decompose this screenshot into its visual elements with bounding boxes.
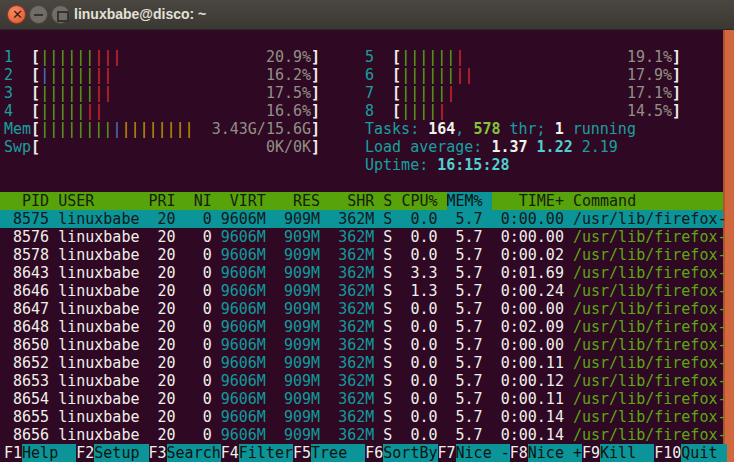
meter-label: 6 (365, 66, 392, 84)
header-shr[interactable]: SHR (329, 192, 383, 210)
process-row[interactable]: 8653 linuxbabe 20 0 9606M 909M 362M S 0.… (0, 372, 723, 390)
cell-ni: 0 (185, 408, 221, 426)
cell-shr: 362M (329, 228, 383, 246)
cell-s: S (383, 408, 401, 426)
cell-cpu: 0.0 (401, 390, 446, 408)
fnkey-action: Nice - (456, 444, 510, 462)
header-ni[interactable]: NI (185, 192, 221, 210)
meter-7: 7 [|||||| 17.1%] (365, 84, 681, 102)
meter-2: 2 [|||||||| 16.2%] (4, 66, 320, 84)
fnkey-f1[interactable]: F1Help (4, 444, 76, 462)
fnkey-label: F10 (654, 444, 681, 462)
process-row[interactable]: 8652 linuxbabe 20 0 9606M 909M 362M S 0.… (0, 354, 723, 372)
fnkey-f7[interactable]: F7Nice - (438, 444, 510, 462)
fnkey-f5[interactable]: F5Tree (293, 444, 365, 462)
window-titlebar[interactable]: ✕ linuxbabe@disco: ~ (0, 0, 734, 30)
process-row[interactable]: 8575 linuxbabe 20 0 9606M 909M 362M S 0.… (0, 210, 723, 228)
fnkey-f4[interactable]: F4Filter (221, 444, 293, 462)
header-cpu[interactable]: CPU% (401, 192, 446, 210)
process-row[interactable]: 8646 linuxbabe 20 0 9606M 909M 362M S 1.… (0, 282, 723, 300)
header-pri[interactable]: PRI (149, 192, 185, 210)
cell-user: linuxbabe (58, 210, 148, 228)
maximize-button[interactable] (51, 5, 70, 24)
meter-bar-red: | (455, 48, 464, 66)
cell-virt: 9606M (221, 408, 275, 426)
cell-res: 909M (275, 354, 329, 372)
meter-bracket-close: ] (311, 138, 320, 156)
process-row[interactable]: 8655 linuxbabe 20 0 9606M 909M 362M S 0.… (0, 408, 723, 426)
cell-user: linuxbabe (58, 372, 148, 390)
meter-bracket-close: ] (672, 84, 681, 102)
meter-label: 3 (4, 84, 31, 102)
cell-pri: 20 (149, 354, 185, 372)
fnkey-f10[interactable]: F10Quit (654, 444, 726, 462)
process-row[interactable]: 8654 linuxbabe 20 0 9606M 909M 362M S 0.… (0, 390, 723, 408)
minimize-button[interactable] (29, 5, 48, 24)
cell-cpu: 1.3 (401, 282, 446, 300)
cell-mem: 5.7 (447, 354, 492, 372)
fnkey-label: F2 (76, 444, 94, 462)
cell-shr: 362M (329, 246, 383, 264)
cell-cmd: /usr/lib/firefox- (573, 390, 727, 408)
tasks-summary: Tasks: 164, 578 thr; 1 running (365, 120, 636, 138)
header-virt[interactable]: VIRT (221, 192, 275, 210)
cell-mem: 5.7 (447, 300, 492, 318)
meter-label: 4 (4, 102, 31, 120)
header-time[interactable]: TIME+ (492, 192, 573, 210)
fnkey-action: Kill (600, 444, 654, 462)
cell-ni: 0 (185, 318, 221, 336)
cell-cmd: /usr/lib/firefox- (573, 372, 727, 390)
header-pid[interactable]: PID (4, 192, 58, 210)
cell-time: 0:00.24 (492, 282, 573, 300)
cell-cmd: /usr/lib/firefox- (573, 318, 727, 336)
cell-pri: 20 (149, 390, 185, 408)
fnkey-f2[interactable]: F2Setup (76, 444, 148, 462)
cell-pri: 20 (149, 372, 185, 390)
meter-bar-red: ||| (94, 48, 121, 66)
meter-bracket-open: [ (31, 102, 40, 120)
header-user[interactable]: USER (58, 192, 148, 210)
cell-mem: 5.7 (447, 408, 492, 426)
meter-8: 8 [||||| 14.5%] (365, 102, 681, 120)
header-res[interactable]: RES (275, 192, 329, 210)
cell-pid: 8650 (4, 336, 58, 354)
fnkey-f3[interactable]: F3Search (149, 444, 221, 462)
cell-cmd: /usr/lib/firefox- (573, 336, 727, 354)
fnkey-label: F4 (221, 444, 239, 462)
cell-res: 909M (275, 228, 329, 246)
process-row[interactable]: 8578 linuxbabe 20 0 9606M 909M 362M S 0.… (0, 246, 723, 264)
cell-shr: 362M (329, 390, 383, 408)
process-row[interactable]: 8647 linuxbabe 20 0 9606M 909M 362M S 0.… (0, 300, 723, 318)
process-row[interactable]: 8643 linuxbabe 20 0 9606M 909M 362M S 3.… (0, 264, 723, 282)
meter-3: 3 [|||||||| 17.5%] (4, 84, 320, 102)
cell-time: 0:00.00 (492, 228, 573, 246)
meter-label: 1 (4, 48, 31, 66)
cell-pid: 8648 (4, 318, 58, 336)
header-s[interactable]: S (383, 192, 401, 210)
cell-virt: 9606M (221, 228, 275, 246)
cell-pid: 8576 (4, 228, 58, 246)
meter-value: 16.6% (266, 102, 311, 120)
cell-res: 909M (275, 372, 329, 390)
process-row[interactable]: 8656 linuxbabe 20 0 9606M 909M 362M S 0.… (0, 426, 723, 444)
close-button[interactable]: ✕ (7, 5, 26, 24)
cell-cpu: 0.0 (401, 210, 446, 228)
process-row[interactable]: 8650 linuxbabe 20 0 9606M 909M 362M S 0.… (0, 336, 723, 354)
header-mem[interactable]: MEM% (447, 192, 492, 210)
meter-bracket-open: [ (392, 102, 401, 120)
header-cmd[interactable]: Command (573, 192, 636, 210)
meter-value: 17.5% (266, 84, 311, 102)
meter-bracket-open: [ (31, 120, 40, 138)
process-row[interactable]: 8576 linuxbabe 20 0 9606M 909M 362M S 0.… (0, 228, 723, 246)
cell-cpu: 0.0 (401, 354, 446, 372)
cell-ni: 0 (185, 300, 221, 318)
fnkey-f8[interactable]: F8Nice + (510, 444, 582, 462)
fnkey-f9[interactable]: F9Kill (582, 444, 654, 462)
process-row[interactable]: 8648 linuxbabe 20 0 9606M 909M 362M S 0.… (0, 318, 723, 336)
fnkey-f6[interactable]: F6SortBy (365, 444, 437, 462)
cell-s: S (383, 354, 401, 372)
cell-time: 0:00.11 (492, 390, 573, 408)
cell-user: linuxbabe (58, 246, 148, 264)
cell-cmd: /usr/lib/firefox- (573, 408, 727, 426)
cell-s: S (383, 264, 401, 282)
